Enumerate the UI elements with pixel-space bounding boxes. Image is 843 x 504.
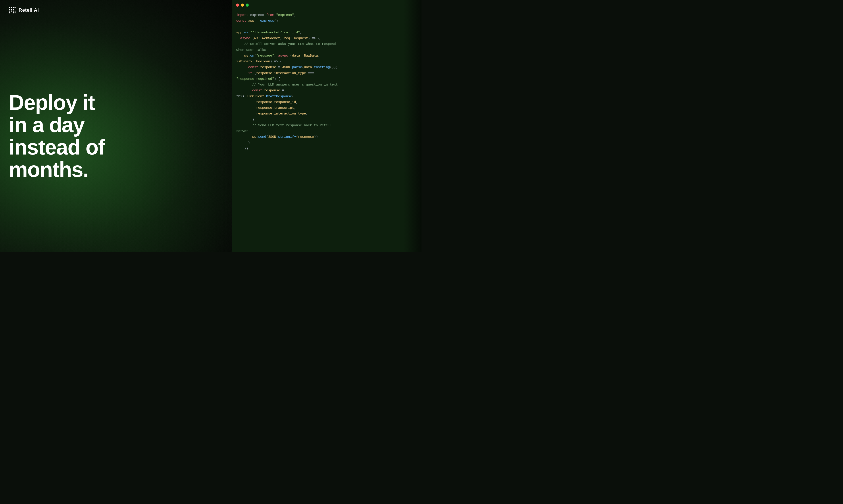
code-body: import express from "express"; const app… bbox=[232, 10, 422, 252]
svg-point-6 bbox=[13, 9, 14, 10]
svg-point-11 bbox=[9, 12, 11, 14]
window-minimize-button[interactable] bbox=[241, 3, 244, 7]
code-window: import express from "express"; const app… bbox=[232, 0, 422, 252]
svg-point-2 bbox=[13, 7, 14, 8]
logo-svg bbox=[9, 7, 16, 14]
headline: Deploy it in a day instead of months. bbox=[9, 91, 105, 181]
retell-logo-icon bbox=[9, 7, 16, 14]
svg-point-12 bbox=[13, 12, 14, 14]
svg-point-13 bbox=[15, 12, 16, 14]
logo-area: Retell AI bbox=[9, 7, 223, 14]
window-close-button[interactable] bbox=[236, 3, 239, 7]
svg-point-7 bbox=[9, 11, 11, 12]
svg-point-9 bbox=[13, 11, 14, 12]
headline-line4: months. bbox=[9, 159, 105, 181]
svg-point-1 bbox=[11, 7, 12, 8]
svg-point-0 bbox=[9, 7, 11, 8]
window-maximize-button[interactable] bbox=[246, 3, 249, 7]
left-panel: Retell AI Deploy it in a day instead of … bbox=[0, 0, 232, 252]
svg-point-4 bbox=[9, 9, 11, 10]
svg-point-5 bbox=[11, 9, 12, 10]
svg-point-3 bbox=[15, 7, 16, 8]
code-content: import express from "express"; const app… bbox=[236, 12, 417, 152]
headline-line2: in a day bbox=[9, 114, 105, 136]
logo-text: Retell AI bbox=[19, 7, 39, 13]
hero-text-container: Deploy it in a day instead of months. bbox=[9, 27, 223, 245]
right-panel: import express from "express"; const app… bbox=[232, 0, 422, 252]
window-titlebar bbox=[232, 0, 422, 10]
headline-line3: instead of bbox=[9, 136, 105, 159]
headline-line1: Deploy it bbox=[9, 91, 105, 114]
svg-point-10 bbox=[15, 11, 16, 12]
svg-point-8 bbox=[11, 11, 12, 12]
